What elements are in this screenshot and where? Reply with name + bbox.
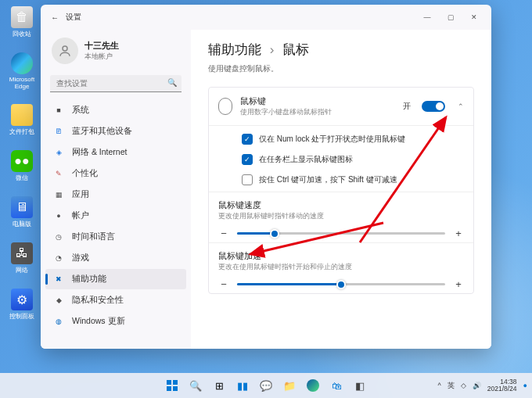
nav-label: 游戏 [72,253,89,264]
crumb-leaf: 鼠标 [282,42,309,57]
desktop-icon-edge[interactable]: Microsoft Edge [6,52,38,90]
mousekeys-title: 鼠标键 [240,95,395,107]
check-taskbar-icon[interactable]: ✓ [242,154,253,165]
nav-label: 辅助功能 [72,274,106,285]
close-button[interactable]: ✕ [463,8,485,27]
nav-label: 时间和语言 [72,231,115,242]
taskbar-widgets-icon[interactable]: ▮▮ [232,375,253,396]
nav-item-4[interactable]: ▦应用 [45,185,186,205]
settings-window: ← 设置 — ▢ ✕ 十三先生 本地帐户 🔍 ■系统🖹蓝牙和其他设备◈网络 & … [41,5,491,349]
system-tray: ^ 英 ◇ 🔊 14:38 2021/8/24 ● [438,378,528,393]
minimize-button[interactable]: — [416,8,438,27]
speed-title: 鼠标键速度 [218,200,464,211]
tray-volume-icon[interactable]: 🔊 [473,382,481,389]
taskbar-app-icon[interactable]: ◧ [350,375,370,396]
speed-sub: 更改使用鼠标键时指针移动的速度 [218,212,464,221]
nav-label: Windows 更新 [72,316,125,327]
toggle-state-label: 开 [403,101,411,112]
search-input[interactable] [50,75,182,92]
nav-icon: ✎ [53,168,64,179]
crumb-sep: › [270,42,275,57]
page-subhead: 使用键盘控制鼠标。 [208,63,474,74]
nav-label: 网络 & Internet [72,147,127,158]
taskbar-store-icon[interactable]: 🛍 [326,375,347,396]
mousekeys-toggle[interactable] [422,101,445,112]
desktop-icon-control[interactable]: ⚙控制面板 [6,289,38,321]
svg-rect-5 [167,386,171,391]
nav-icon: ◍ [53,316,64,327]
nav-item-5[interactable]: ●帐户 [45,206,186,226]
check-taskbar-row: ✓ 在任务栏上显示鼠标键图标 [242,149,464,170]
accel-sub: 更改在使用鼠标键时指针开始和停止的速度 [218,263,464,272]
tray-clock[interactable]: 14:38 2021/8/24 [487,378,517,393]
tray-chevron-icon[interactable]: ^ [438,382,441,389]
maximize-button[interactable]: ▢ [440,8,462,27]
nav-label: 个性化 [72,168,98,179]
mousekeys-row: 鼠标键 使用数字小键盘移动鼠标指针 开 ⌃ [209,88,473,125]
nav-item-10[interactable]: ◍Windows 更新 [45,311,186,332]
svg-rect-6 [173,386,178,391]
speed-decrease[interactable]: − [218,228,229,239]
taskbar-chat-icon[interactable]: 💬 [256,375,276,396]
collapse-chevron-icon[interactable]: ⌃ [458,102,464,110]
nav-item-1[interactable]: 🖹蓝牙和其他设备 [45,121,186,142]
main-content: 辅助功能 › 鼠标 使用键盘控制鼠标。 鼠标键 使用数字小键盘移动鼠标指针 开 … [191,30,491,349]
tray-network-icon[interactable]: ◇ [461,382,466,389]
nav-label: 隐私和安全性 [72,295,124,306]
nav: ■系统🖹蓝牙和其他设备◈网络 & Internet✎个性化▦应用●帐户◷时间和语… [45,100,186,332]
desktop-icon-recycle[interactable]: 🗑回收站 [6,6,38,38]
accel-decrease[interactable]: − [218,278,229,290]
check-numlock[interactable]: ✓ [242,134,253,145]
desktop-icons: 🗑回收站 Microsoft Edge 文件打包 ●●微信 🖥电脑版 🖧网络 ⚙… [6,6,38,321]
back-button[interactable]: ← [47,13,63,22]
nav-item-6[interactable]: ◷时间和语言 [45,227,186,247]
nav-item-2[interactable]: ◈网络 & Internet [45,142,186,163]
nav-icon: ■ [53,105,64,116]
taskbar-edge-icon[interactable] [303,375,323,396]
start-button[interactable] [162,375,182,396]
nav-icon: ◔ [53,253,64,264]
mousekeys-options: ✓ 仅在 Num lock 处于打开状态时使用鼠标键 ✓ 在任务栏上显示鼠标键图… [209,125,473,192]
mousekeys-card: 鼠标键 使用数字小键盘移动鼠标指针 开 ⌃ ✓ 仅在 Num lock 处于打开… [208,87,474,294]
check-taskbar-label: 在任务栏上显示鼠标键图标 [259,154,353,165]
desktop-icon-network[interactable]: 🖧网络 [6,242,38,274]
nav-item-9[interactable]: ◆隐私和安全性 [45,290,186,310]
profile-sub: 本地帐户 [84,52,119,62]
search-box[interactable]: 🔍 [50,75,182,92]
sidebar: 十三先生 本地帐户 🔍 ■系统🖹蓝牙和其他设备◈网络 & Internet✎个性… [41,30,191,349]
tray-notification-icon[interactable]: ● [523,382,527,389]
desktop-icon-folder[interactable]: 文件打包 [6,104,38,136]
taskbar-explorer-icon[interactable]: 📁 [279,375,300,396]
mouse-icon [218,98,232,115]
nav-item-0[interactable]: ■系统 [45,100,186,120]
svg-point-0 [63,46,67,51]
tray-ime[interactable]: 英 [448,381,455,391]
speed-slider[interactable] [237,232,445,235]
breadcrumb: 辅助功能 › 鼠标 [208,41,474,59]
avatar [52,38,78,64]
nav-icon: ● [53,210,64,221]
nav-item-3[interactable]: ✎个性化 [45,163,186,184]
crumb-parent[interactable]: 辅助功能 [208,42,261,57]
profile[interactable]: 十三先生 本地帐户 [45,33,186,69]
nav-label: 系统 [72,105,89,116]
window-title: 设置 [66,12,416,23]
titlebar: ← 设置 — ▢ ✕ [41,5,491,30]
check-ctrlshift-row: 按住 Ctrl 键可加速，按下 Shift 键可减速 [242,170,464,190]
accel-increase[interactable]: + [453,278,464,290]
nav-icon: ◆ [53,295,64,306]
nav-item-7[interactable]: ◔游戏 [45,248,186,268]
accel-slider[interactable] [237,283,445,285]
check-ctrlshift[interactable] [242,174,253,185]
taskbar-search-icon[interactable]: 🔍 [185,375,206,396]
desktop-icon-thispc[interactable]: 🖥电脑版 [6,196,38,228]
nav-item-8[interactable]: ✖辅助功能 [45,269,186,289]
profile-name: 十三先生 [84,40,119,52]
check-numlock-row: ✓ 仅在 Num lock 处于打开状态时使用鼠标键 [242,129,464,149]
mousekeys-sub: 使用数字小键盘移动鼠标指针 [240,108,395,117]
desktop-icon-wechat[interactable]: ●●微信 [6,150,38,182]
taskbar-taskview-icon[interactable]: ⊞ [209,375,229,396]
speed-increase[interactable]: + [453,228,464,239]
search-icon: 🔍 [167,78,177,87]
nav-icon: 🖹 [53,126,64,137]
